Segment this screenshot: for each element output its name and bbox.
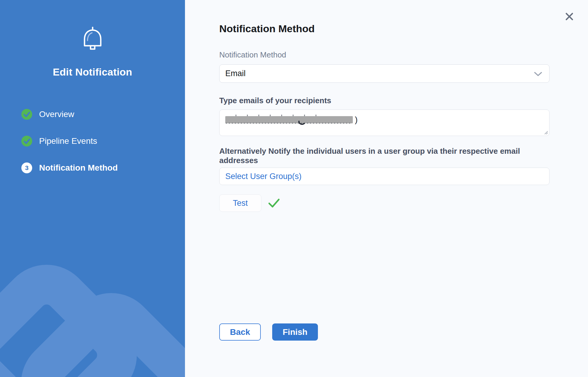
wizard-steps: Overview Pipeline Events 3 Notification … (0, 109, 185, 173)
chevron-down-icon (534, 72, 542, 76)
step-complete-check-icon (21, 136, 32, 147)
test-success-check-icon (268, 198, 280, 208)
select-user-groups-label: Select User Group(s) (225, 172, 302, 181)
step-label: Overview (39, 110, 74, 119)
close-button[interactable] (565, 12, 574, 21)
back-button[interactable]: Back (219, 323, 261, 341)
bell-icon (81, 26, 104, 52)
notification-method-select[interactable]: Email (219, 64, 550, 83)
step-label: Pipeline Events (39, 136, 97, 146)
step-number-badge: 3 (21, 162, 32, 173)
step-notification-method[interactable]: 3 Notification Method (0, 162, 185, 173)
user-group-hint: Alternatively Notify the individual user… (219, 147, 550, 165)
redacted-email-value: ) (225, 116, 353, 123)
selected-method-value: Email (225, 69, 246, 78)
step-overview[interactable]: Overview (0, 109, 185, 120)
textarea-resize-handle[interactable] (544, 130, 548, 134)
brand-watermark-logo (0, 190, 185, 377)
step-label: Notification Method (39, 163, 118, 173)
wizard-sidebar: Edit Notification Overview Pipeline Even… (0, 0, 185, 377)
step-pipeline-events[interactable]: Pipeline Events (0, 136, 185, 147)
wizard-footer: Back Finish (219, 323, 318, 341)
select-user-groups-button[interactable]: Select User Group(s) (219, 168, 550, 185)
notification-method-label: Notification Method (219, 50, 550, 60)
wizard-title: Edit Notification (0, 66, 185, 78)
close-icon (565, 12, 574, 21)
test-button[interactable]: Test (219, 194, 261, 212)
page-title: Notification Method (219, 23, 550, 35)
finish-button[interactable]: Finish (272, 323, 318, 341)
step-complete-check-icon (21, 109, 32, 120)
recipients-label: Type emails of your recipients (219, 96, 550, 105)
recipients-textarea[interactable]: ) (219, 110, 550, 136)
notification-method-panel: Notification Method Notification Method … (185, 0, 588, 377)
